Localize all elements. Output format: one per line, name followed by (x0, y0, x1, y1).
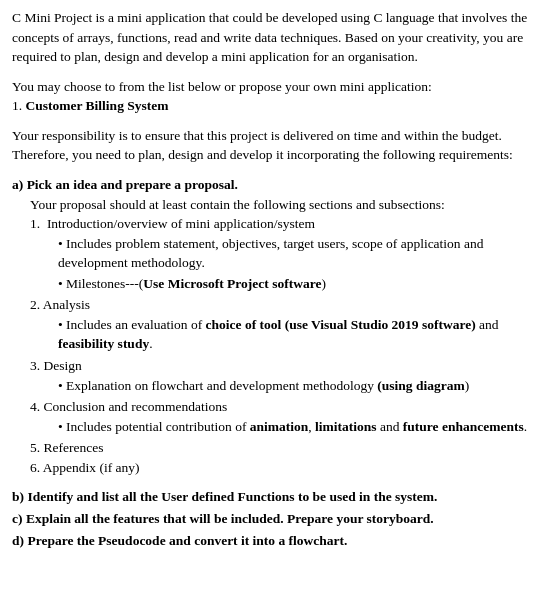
intro-text2: You may choose to from the list below or… (12, 79, 432, 94)
intro-para1: C Mini Project is a mini application tha… (12, 8, 547, 67)
section-c-label: c) (12, 511, 26, 526)
bottom-sections: b) Identify and list all the User define… (12, 487, 547, 550)
section-a-intro: Your proposal should at least contain th… (30, 195, 547, 215)
list-item-3: 3. Design Explanation on flowchart and d… (30, 356, 547, 395)
item4-bullets: Includes potential contribution of anima… (58, 417, 547, 437)
item4-bold2: limitations (315, 419, 377, 434)
item1-bullet2: Milestones---(Use Microsoft Project soft… (58, 274, 547, 294)
main-content: C Mini Project is a mini application tha… (12, 8, 547, 550)
item1-bullet1: Includes problem statement, objectives, … (58, 234, 547, 273)
intro-para3: Your responsibility is to ensure that th… (12, 126, 547, 165)
item6-num: 6. (30, 460, 40, 475)
item4-bold3: future enhancements (403, 419, 524, 434)
item1-bullets: Includes problem statement, objectives, … (58, 234, 547, 294)
section-c-content: Explain all the features that will be in… (26, 511, 434, 526)
section-b-content: Identify and list all the User defined F… (27, 489, 437, 504)
section-a-list: 1. Introduction/overview of mini applica… (30, 214, 547, 477)
item2-bold2: feasibility study (58, 336, 149, 351)
item3-num: 3. (30, 358, 40, 373)
section-b-text: b) Identify and list all the User define… (12, 489, 437, 504)
item4-num: 4. (30, 399, 40, 414)
item5-num: 5. (30, 440, 40, 455)
list-item-5: 5. References (30, 438, 547, 458)
intro-text3: Your responsibility is to ensure that th… (12, 128, 513, 163)
item1-bullet2-bold: Use Microsoft Project software (143, 276, 321, 291)
intro-text1: C Mini Project is a mini application tha… (12, 10, 527, 64)
list-item-2: 2. Analysis Includes an evaluation of ch… (30, 295, 547, 354)
item5-label: References (44, 440, 104, 455)
item4-bullet1: Includes potential contribution of anima… (58, 417, 547, 437)
section-c: c) Explain all the features that will be… (12, 509, 547, 529)
item2-label: Analysis (43, 297, 90, 312)
item2-bold1: choice of tool (use Visual Studio 2019 s… (206, 317, 476, 332)
item1-label: Introduction/overview of mini applicatio… (47, 216, 315, 231)
item2-num: 2. (30, 297, 40, 312)
item2-bullets: Includes an evaluation of choice of tool… (58, 315, 547, 354)
section-b: b) Identify and list all the User define… (12, 487, 547, 507)
intro-para2: You may choose to from the list below or… (12, 77, 547, 116)
item3-bullets: Explanation on flowchart and development… (58, 376, 547, 396)
list-item1-prefix: 1. (12, 98, 26, 113)
section-a-heading: Pick an idea and prepare a proposal. (27, 177, 238, 192)
item2-bullet1: Includes an evaluation of choice of tool… (58, 315, 547, 354)
list-item1-bold: Customer Billing System (26, 98, 169, 113)
section-a-label: a) (12, 177, 27, 192)
item6-label: Appendix (if any) (43, 460, 140, 475)
item4-bold1: animation (250, 419, 309, 434)
item4-label: Conclusion and recommendations (44, 399, 228, 414)
section-a-title: a) Pick an idea and prepare a proposal. (12, 175, 547, 195)
item3-label: Design (44, 358, 82, 373)
item3-bullet1: Explanation on flowchart and development… (58, 376, 547, 396)
section-d-label: d) (12, 533, 27, 548)
item1-num: 1. (30, 216, 47, 231)
section-a: a) Pick an idea and prepare a proposal. … (12, 175, 547, 477)
section-d-content: Prepare the Pseudocode and convert it in… (27, 533, 347, 548)
list-item-1: 1. Introduction/overview of mini applica… (30, 214, 547, 293)
list-item-4: 4. Conclusion and recommendations Includ… (30, 397, 547, 436)
list-item-6: 6. Appendix (if any) (30, 458, 547, 478)
section-c-text: c) Explain all the features that will be… (12, 511, 434, 526)
section-b-label: b) (12, 489, 27, 504)
section-d-text: d) Prepare the Pseudocode and convert it… (12, 533, 347, 548)
section-d: d) Prepare the Pseudocode and convert it… (12, 531, 547, 551)
item3-bold: (using diagram (377, 378, 464, 393)
